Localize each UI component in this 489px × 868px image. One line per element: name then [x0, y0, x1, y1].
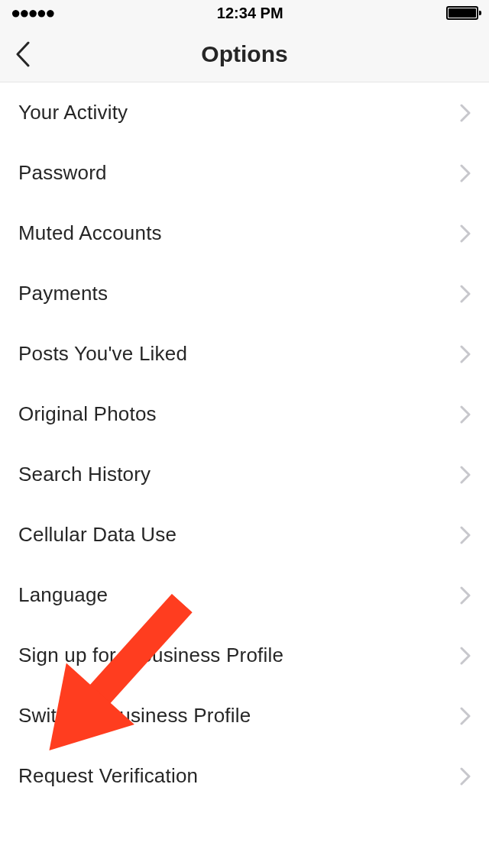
option-cellular-data-use[interactable]: Cellular Data Use — [0, 505, 489, 565]
option-original-photos[interactable]: Original Photos — [0, 384, 489, 444]
options-list: Your Activity Password Muted Accounts Pa… — [0, 82, 489, 806]
chevron-right-icon — [460, 285, 471, 303]
chevron-right-icon — [460, 767, 471, 786]
option-label: Search History — [18, 463, 151, 486]
navigation-bar: Options — [0, 26, 489, 82]
status-bar: ●●●●● 12:34 PM — [0, 0, 489, 26]
option-search-history[interactable]: Search History — [0, 444, 489, 505]
chevron-right-icon — [460, 466, 471, 484]
chevron-right-icon — [460, 526, 471, 544]
option-language[interactable]: Language — [0, 565, 489, 625]
option-label: Cellular Data Use — [18, 523, 176, 547]
option-muted-accounts[interactable]: Muted Accounts — [0, 203, 489, 263]
chevron-right-icon — [460, 647, 471, 665]
option-password[interactable]: Password — [0, 143, 489, 203]
battery-indicator — [446, 6, 478, 20]
option-label: Sign up for a Business Profile — [18, 644, 283, 667]
option-posts-youve-liked[interactable]: Posts You've Liked — [0, 324, 489, 384]
option-label: Payments — [18, 282, 108, 305]
option-label: Password — [18, 161, 107, 185]
page-title: Options — [201, 41, 287, 67]
status-time: 12:34 PM — [217, 5, 283, 22]
option-label: Switch to Business Profile — [18, 704, 251, 728]
back-chevron-icon — [15, 41, 31, 67]
back-button[interactable] — [6, 37, 40, 71]
option-request-verification[interactable]: Request Verification — [0, 746, 489, 806]
chevron-right-icon — [460, 104, 471, 122]
option-payments[interactable]: Payments — [0, 263, 489, 324]
option-label: Posts You've Liked — [18, 342, 187, 366]
option-label: Original Photos — [18, 402, 157, 426]
chevron-right-icon — [460, 586, 471, 605]
option-label: Muted Accounts — [18, 221, 162, 245]
chevron-right-icon — [460, 345, 471, 363]
option-your-activity[interactable]: Your Activity — [0, 82, 489, 143]
chevron-right-icon — [460, 405, 471, 424]
signal-indicator: ●●●●● — [11, 5, 53, 21]
chevron-right-icon — [460, 164, 471, 182]
chevron-right-icon — [460, 707, 471, 725]
chevron-right-icon — [460, 224, 471, 243]
option-sign-up-business-profile[interactable]: Sign up for a Business Profile — [0, 625, 489, 686]
option-label: Language — [18, 583, 108, 607]
option-label: Request Verification — [18, 764, 198, 788]
option-label: Your Activity — [18, 101, 128, 124]
option-switch-business-profile[interactable]: Switch to Business Profile — [0, 686, 489, 746]
